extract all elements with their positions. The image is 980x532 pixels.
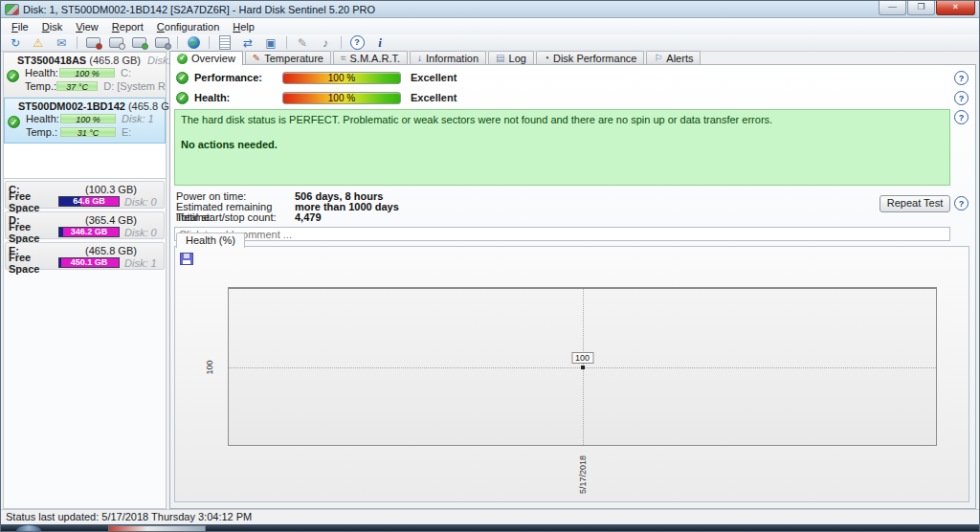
disk-performance-icon: ◔ [544,54,549,63]
chart-tab-health[interactable]: Health (%) [176,233,245,248]
refresh-info-icon[interactable]: ⇄ [237,35,258,50]
status-bar-text: Status last updated: 5/17/2018 Thursday … [6,511,252,522]
disk-item-0[interactable]: ST3500418AS (465.8 GB) Disk: 0 Health: 1… [4,53,166,98]
about-icon[interactable]: i [369,35,390,50]
disk-number: Disk: 0 [124,227,157,238]
stat-label: Total start/stop count: [176,212,295,223]
partition-item-e[interactable]: E: (465.8 GB) Free Space 450.1 GB Disk: … [5,242,165,270]
disk-stats: Power on time: 506 days, 8 hours Estimat… [176,191,399,223]
health-ok-icon [176,92,189,104]
help-icon[interactable]: ? [346,35,368,50]
menu-bar: File Disk View Report Configuration Help [1,18,979,34]
disk-surface-test-icon[interactable] [151,35,172,50]
actions-text: No actions needed. [181,139,944,150]
tab-label: Temperature [264,53,323,64]
menu-file[interactable]: File [5,20,35,33]
network-remote-icon[interactable]: ▣ [260,35,281,50]
overview-panel: Performance: 100 % Excellent Health: 100… [169,64,976,509]
disk-number: Disk: 1 [122,113,154,124]
main-tab-bar: ✓ Overview ✎ Temperature ≈ S.M.A.R.T. ↓ … [169,51,976,65]
menu-configuration[interactable]: Configuration [150,20,226,33]
report-document-icon[interactable] [214,35,235,50]
toolbar: ↻ ⚠ ✉ ⇄ ▣ ✎ ♪ ? i [1,34,979,52]
y-axis-tick: 100 [205,353,214,382]
tab-temperature[interactable]: ✎ Temperature [245,51,331,65]
performance-ok-icon [176,72,189,84]
disk-glyph [109,37,123,48]
disk-glyph [155,37,169,48]
disk-sidebar: ST3500418AS (465.8 GB) Disk: 0 Health: 1… [3,52,167,509]
windows-taskbar[interactable] [1,524,979,531]
close-button[interactable]: × [936,1,975,15]
restore-button[interactable]: ❐ [907,1,935,15]
free-space-bar: 346.2 GB [58,227,120,237]
repeat-test-button[interactable]: Repeat Test [880,195,950,212]
disk-ok-icon [8,116,20,128]
disk-item-1-selected[interactable]: ST500DM002-1BD142 (465.8 GB) Health: 100… [4,98,166,144]
health-label: Health: [25,67,59,78]
toolbar-separator [286,36,287,49]
repeat-test-help-icon[interactable]: ? [954,196,969,211]
signature-disabled-icon[interactable]: ✎ [292,35,313,50]
tab-label: Information [426,53,479,64]
stat-value: 4,479 [295,212,322,223]
menu-disk[interactable]: Disk [35,20,69,33]
disk-status-ok-icon[interactable] [128,35,149,50]
free-space-label: Free Space [9,190,58,213]
partition-letter: C: [121,67,131,78]
tab-alerts[interactable]: ⚐ Alerts [646,51,701,65]
menu-view[interactable]: View [69,20,105,33]
disk-status-message: The hard disk status is PERFECT. Problem… [174,109,950,186]
information-icon: ↓ [417,54,422,63]
disk-model: ST500DM002-1BD142 [18,100,125,112]
disk-glyph [132,37,146,48]
health-label: Health: [26,113,60,124]
partition-letter: E: [122,126,131,138]
window-title: Disk: 1, ST500DM002-1BD142 [S2A7DZ6R] - … [23,4,375,15]
disk-remove-test-icon[interactable] [82,35,103,50]
start-orb-icon[interactable] [16,525,41,532]
tab-label: Log [509,53,526,64]
disk-schedule-icon[interactable] [105,35,126,50]
minimize-button[interactable]: — [879,1,906,15]
refresh-icon[interactable]: ↻ [5,35,26,50]
temp-bar: 31 °C [60,127,116,137]
comment-input[interactable] [174,227,950,241]
health-help-icon[interactable]: ? [954,91,969,105]
menu-report[interactable]: Report [105,20,150,33]
problem-report-icon[interactable]: ⚠ [28,35,49,50]
online-world-icon[interactable] [183,35,204,50]
disk-number: Disk: 0 [124,196,157,208]
app-icon [5,4,19,15]
health-bar: 100 % [59,68,115,78]
free-space-bar: 450.1 GB [58,257,120,268]
chart-plot-area: 100 100 5/17/2018 [228,287,937,446]
tab-label: Disk Performance [553,53,636,64]
taskbar-app-button[interactable] [108,525,206,532]
free-space-label: Free Space [9,221,58,244]
performance-help-icon[interactable]: ? [954,71,969,85]
partition-size: (365.4 GB) [61,214,161,226]
status-help-icon[interactable]: ? [954,110,969,124]
question-glyph: ? [350,35,365,50]
tab-smart[interactable]: ≈ S.M.A.R.T. [333,51,408,65]
health-label: Health: [194,92,261,103]
save-chart-icon[interactable] [180,253,193,265]
partition-item-d[interactable]: D: (365.4 GB) Free Space 346.2 GB Disk: … [5,211,165,239]
title-bar: Disk: 1, ST500DM002-1BD142 [S2A7DZ6R] - … [1,1,979,18]
document-glyph [219,35,231,50]
tab-disk-performance[interactable]: ◔ Disk Performance [536,51,644,65]
tab-overview[interactable]: ✓ Overview [169,51,243,65]
performance-label: Performance: [194,72,261,83]
acoustic-icon[interactable]: ♪ [315,35,336,50]
tab-log[interactable]: ▤ Log [488,51,534,65]
send-mail-icon[interactable]: ✉ [51,35,72,50]
tab-information[interactable]: ↓ Information [410,51,486,65]
menu-help[interactable]: Help [226,20,261,33]
log-icon: ▤ [496,54,504,63]
partition-item-c[interactable]: C: (100.3 GB) Free Space 64.6 GB Disk: 0 [5,181,165,209]
smart-icon: ≈ [341,54,346,63]
health-chart: Health (%) 100 100 5/17/2018 [174,246,969,502]
toolbar-separator [341,36,342,49]
toolbar-separator [209,36,210,49]
